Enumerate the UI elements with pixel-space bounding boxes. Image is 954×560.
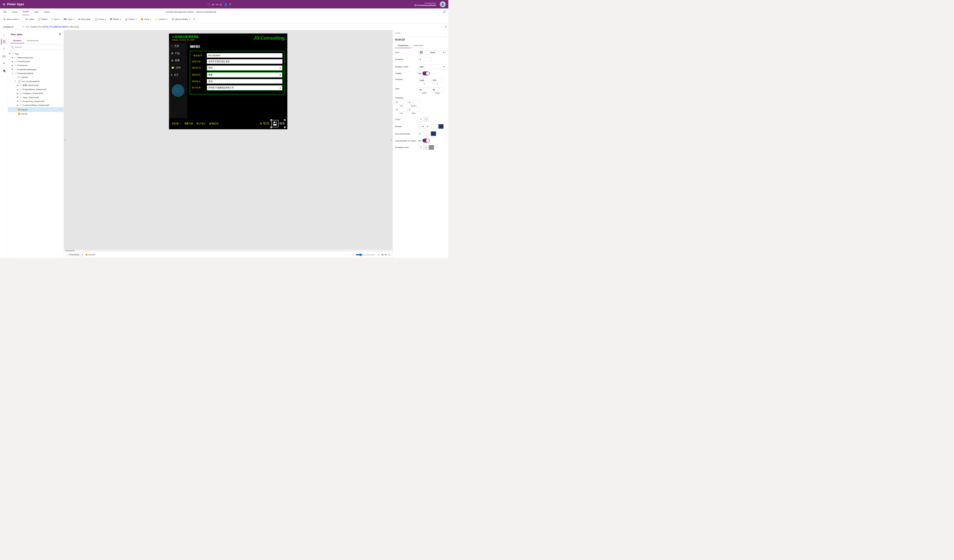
border-style-dropdown[interactable]: — ▾ xyxy=(418,124,426,129)
undo-icon[interactable]: ↩ xyxy=(212,2,215,6)
tree-tab-components[interactable]: Components xyxy=(24,38,42,44)
menu-file[interactable]: File xyxy=(3,8,8,15)
search-input[interactable] xyxy=(15,46,60,48)
tree-item-app[interactable]: ▶ □ App xyxy=(8,52,64,56)
icons-button[interactable]: 😊 Icons ▾ xyxy=(139,17,153,22)
auto-disable-toggle[interactable] xyxy=(422,139,430,143)
tree-item-welcomescreen[interactable]: ▶ □ WelcomeScreen xyxy=(8,56,64,59)
menu-home[interactable]: Home xyxy=(11,8,18,15)
tree-item-icon14[interactable]: 😊 Icon14 ··· xyxy=(8,107,64,112)
help-icon[interactable]: ? xyxy=(229,2,231,6)
nav-about[interactable]: ℹ关于 xyxy=(169,71,187,78)
nav-settings[interactable]: ⚙设置 xyxy=(169,57,187,64)
custom-button[interactable]: ⚡ Custom ▾ xyxy=(153,17,169,22)
visible-toggle[interactable] xyxy=(422,71,430,75)
tree-item-projectname-datacard2[interactable]: ▶ □ ProjectName_DataCard2 xyxy=(8,87,64,91)
input-button[interactable]: ⌨ Input ▾ xyxy=(62,17,76,22)
fit-screen-icon[interactable]: ⛶ xyxy=(389,254,391,256)
field-input-0[interactable] xyxy=(207,53,282,58)
zoom-slider[interactable] xyxy=(355,253,375,256)
size-height-input[interactable] xyxy=(431,87,443,92)
sidebar-plugin-icon[interactable]: 🔌 xyxy=(1,68,7,74)
sidebar-home-icon[interactable]: ⌂ xyxy=(1,31,7,37)
mixed-reality-button[interactable]: 🥽 Mixed Reality ▾ xyxy=(170,17,192,22)
formula-expand-icon[interactable]: ▾ xyxy=(445,25,446,28)
text-button[interactable]: T Text ▾ xyxy=(50,17,61,22)
save-button[interactable]: 保存 xyxy=(271,120,285,128)
tree-item-category-datacard2[interactable]: ▶ □ Category_DataCard2 xyxy=(8,91,64,95)
share-icon[interactable]: 🔗 xyxy=(443,11,446,13)
disabled-color-swatch[interactable]: A xyxy=(418,145,424,149)
position-x-input[interactable] xyxy=(418,78,430,82)
charts-button[interactable]: 📊 Charts ▾ xyxy=(123,17,138,22)
disabled-color-picker-btn[interactable]: ⋯ xyxy=(424,145,429,149)
scrollbar-thumb[interactable] xyxy=(65,250,75,251)
disabled-color-gray-swatch[interactable] xyxy=(429,145,434,149)
tree-item-homescreen[interactable]: ▶ □ HomeScreen xyxy=(8,59,64,63)
props-tab-advanced[interactable]: Advanced xyxy=(411,43,426,48)
tree-search-box[interactable]: 🔍 xyxy=(10,45,62,50)
canvas-nav-left[interactable]: ‹ xyxy=(64,138,65,142)
nav-product[interactable]: ⊞产品 xyxy=(169,50,187,57)
focused-border-color-swatch[interactable] xyxy=(431,131,436,136)
redo-icon[interactable]: ↪ xyxy=(216,2,218,6)
forms-button[interactable]: 📋 Forms ▾ xyxy=(93,17,108,22)
nav-files[interactable]: 📁文件 xyxy=(169,64,187,72)
grid-icon[interactable]: ⊞ xyxy=(3,2,5,6)
padding-right-input[interactable] xyxy=(408,107,420,112)
props-expand-icon[interactable]: › xyxy=(445,32,446,34)
media-button[interactable]: 🖼 Media ▾ xyxy=(108,17,122,22)
tree-item-datacard2[interactable]: ▶ □ 标题_DataCard2 xyxy=(8,83,64,87)
tree-item-icon13[interactable]: 😊 Icon13 xyxy=(8,112,64,116)
padding-left-input[interactable] xyxy=(395,107,407,112)
app-canvas[interactable]: JS咨询项目群管理系统 Sunday, October 25, 2020 JS®… xyxy=(169,34,287,129)
data-table-button[interactable]: ⊞ Data table xyxy=(76,17,92,22)
tree-tab-screens[interactable]: Screens xyxy=(11,38,24,44)
border-color-swatch[interactable] xyxy=(438,124,444,129)
tree-item-label11[interactable]: ✏ Label11 xyxy=(8,75,64,79)
padding-top-input[interactable] xyxy=(395,100,407,105)
sidebar-layers-icon[interactable]: ☰ xyxy=(1,39,7,45)
position-y-input[interactable] xyxy=(431,78,443,82)
menu-view[interactable]: View xyxy=(33,8,39,15)
field-select-2[interactable]: 医药▾ xyxy=(207,65,282,71)
field-select-5[interactable]: 苏州医疗器械用品有限公司▾ xyxy=(207,85,282,90)
tree-item-projectdetailedit[interactable]: ▼ □ ProjectDetailEdit xyxy=(8,71,64,75)
field-select-3[interactable]: 新建▾ xyxy=(207,72,282,78)
focused-border-input[interactable] xyxy=(418,131,430,136)
padding-bottom-input[interactable] xyxy=(408,100,420,105)
zoom-out-button[interactable]: − xyxy=(351,253,354,257)
tree-item-projectdetaildisplay[interactable]: ▶ □ ProjectDetailDisplay xyxy=(8,67,64,71)
button-button[interactable]: ⬜ Button xyxy=(36,17,49,22)
cancel-button[interactable]: ✕ 取消 xyxy=(259,121,268,126)
property-dropdown[interactable]: OnSelect ▾ xyxy=(2,25,22,29)
sidebar-database-icon[interactable]: 🗃 xyxy=(1,53,7,59)
tree-more-icon14[interactable]: ··· xyxy=(58,107,62,111)
size-width-input[interactable] xyxy=(418,87,430,92)
tree-item-projectcity-datacard2[interactable]: ▶ □ ProjectCity_DataCard2 xyxy=(8,99,64,103)
display-mode-dropdown[interactable]: Edit ▾ xyxy=(418,64,446,69)
tree-close-icon[interactable]: ✕ xyxy=(59,33,61,36)
menu-action[interactable]: Action xyxy=(44,8,51,15)
field-input-1[interactable] xyxy=(207,59,282,64)
tree-item-type-datacard2[interactable]: ▶ □ Type_DataCard2 xyxy=(8,95,64,99)
more-button[interactable]: ▾ xyxy=(192,17,197,22)
sidebar-plus-icon[interactable]: + xyxy=(1,46,7,52)
canvas-nav-right[interactable]: › xyxy=(391,138,392,142)
new-screen-button[interactable]: ⊕ New screen ▾ xyxy=(2,17,21,22)
icon-dropdown[interactable]: 💾 Save ▾ xyxy=(418,50,446,55)
avatar[interactable]: 👤 xyxy=(440,2,446,7)
tree-item-projectlist[interactable]: ▶ □ ProjectList xyxy=(8,63,64,67)
fx-button[interactable]: fx ▾ xyxy=(25,25,29,28)
tree-item-customername-datacard2[interactable]: ▶ □ CustomerName_DataCard2 xyxy=(8,103,64,107)
rotation-input[interactable] xyxy=(418,57,432,62)
field-input-4[interactable] xyxy=(207,79,282,84)
formula-content[interactable]: SubmitForm(Frm_ProjDetailEdit);Back()| xyxy=(30,25,444,28)
border-width-input[interactable] xyxy=(426,124,438,129)
props-tab-properties[interactable]: Properties xyxy=(395,43,411,48)
screen-selector[interactable]: □ ProjectDeta... ▾ xyxy=(66,253,84,257)
play-icon[interactable]: ▷ xyxy=(220,2,222,6)
menu-insert[interactable]: Insert xyxy=(22,8,30,15)
label-button[interactable]: 🏷 Label xyxy=(24,17,35,22)
color-swatch[interactable]: A xyxy=(418,117,424,121)
